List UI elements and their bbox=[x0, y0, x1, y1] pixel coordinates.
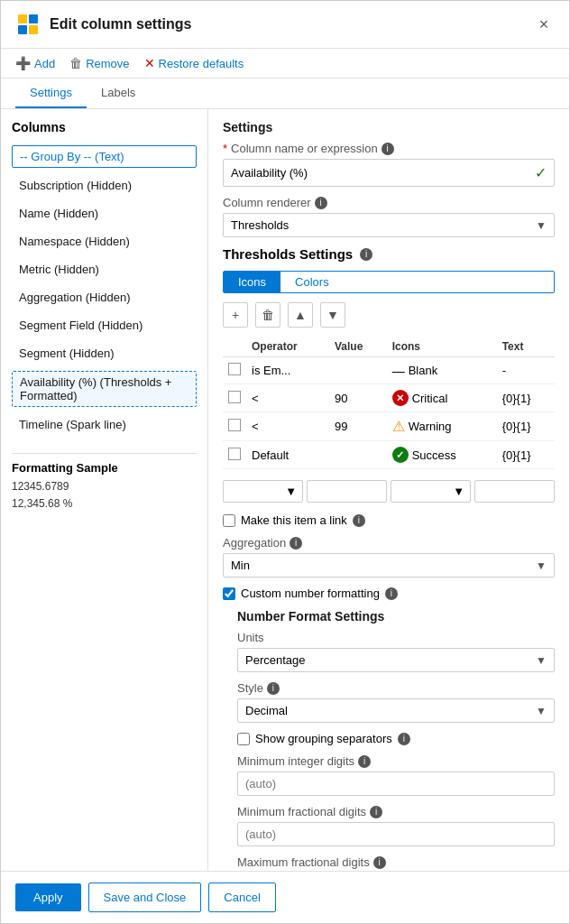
column-renderer-dropdown[interactable]: Thresholds ▼ bbox=[223, 213, 555, 237]
sample-value-2: 12,345.68 % bbox=[12, 495, 197, 513]
critical-icon: ✕ bbox=[392, 390, 409, 406]
grouping-label: Show grouping separators bbox=[255, 732, 392, 745]
add-icon: ➕ bbox=[15, 56, 31, 70]
min-fraction-label: Minimum fractional digits bbox=[237, 805, 366, 818]
row-checkbox-3[interactable] bbox=[228, 419, 241, 431]
move-down-btn[interactable]: ▼ bbox=[320, 302, 345, 328]
thresholds-info-icon[interactable]: i bbox=[360, 248, 372, 261]
column-item-namespace[interactable]: Namespace (Hidden) bbox=[12, 231, 197, 252]
style-chevron: ▼ bbox=[536, 705, 547, 717]
tab-labels[interactable]: Labels bbox=[87, 79, 150, 108]
column-item-segment-field[interactable]: Segment Field (Hidden) bbox=[12, 315, 197, 336]
max-fraction-info-icon[interactable]: i bbox=[373, 856, 386, 869]
column-renderer-label: Column renderer bbox=[223, 196, 311, 209]
text-cell-1: - bbox=[497, 357, 555, 384]
table-row: is Em... — Blank - bbox=[223, 357, 555, 384]
remove-button[interactable]: 🗑 Remove bbox=[69, 56, 129, 70]
icon-cell-3: ⚠ Warning bbox=[387, 412, 497, 441]
add-threshold-btn[interactable]: + bbox=[223, 302, 248, 328]
icon-cell-4: ✓ Success bbox=[387, 441, 497, 469]
delete-threshold-btn[interactable]: 🗑 bbox=[255, 302, 280, 328]
column-name-input[interactable] bbox=[231, 166, 535, 180]
style-label: Style bbox=[237, 681, 263, 695]
column-renderer-info-icon[interactable]: i bbox=[315, 197, 327, 209]
col-header-value: Value bbox=[329, 337, 387, 357]
aggregation-label: Aggregation bbox=[223, 536, 286, 550]
column-name-info-icon[interactable]: i bbox=[382, 143, 394, 155]
thresholds-settings-title: Thresholds Settings bbox=[223, 246, 353, 262]
column-item-metric[interactable]: Metric (Hidden) bbox=[12, 259, 197, 280]
column-name-label: Column name or expression bbox=[231, 142, 378, 155]
tab-settings[interactable]: Settings bbox=[15, 79, 87, 108]
operator-cell-1: is Em... bbox=[246, 357, 329, 384]
grouping-row: Show grouping separators i bbox=[237, 732, 555, 745]
row-checkbox-4[interactable] bbox=[228, 448, 241, 460]
checkmark-icon: ✓ bbox=[535, 164, 547, 181]
column-item-timeline[interactable]: Timeline (Spark line) bbox=[12, 414, 197, 435]
toggle-colors-btn[interactable]: Colors bbox=[280, 272, 344, 292]
custom-formatting-info-icon[interactable]: i bbox=[385, 587, 398, 600]
bottom-dropdown-1[interactable]: ▼ bbox=[223, 480, 303, 503]
bottom-dropdown-2[interactable]: ▼ bbox=[391, 480, 471, 503]
grouping-checkbox[interactable] bbox=[237, 733, 250, 745]
settings-title: Settings bbox=[223, 120, 555, 134]
column-item-name[interactable]: Name (Hidden) bbox=[12, 203, 197, 224]
column-item-segment[interactable]: Segment (Hidden) bbox=[12, 343, 197, 364]
min-fraction-info-icon[interactable]: i bbox=[370, 806, 382, 818]
warning-icon: ⚠ bbox=[392, 418, 405, 435]
move-up-btn[interactable]: ▲ bbox=[288, 302, 313, 328]
column-item-subscription[interactable]: Subscription (Hidden) bbox=[12, 175, 197, 196]
grid-icon bbox=[15, 12, 41, 37]
restore-defaults-button[interactable]: ✕ Restore defaults bbox=[144, 56, 244, 70]
col-header-text: Text bbox=[497, 337, 555, 357]
aggregation-dropdown[interactable]: Min ▼ bbox=[223, 553, 555, 578]
min-fraction-input[interactable] bbox=[245, 827, 547, 841]
bottom-input-1[interactable] bbox=[307, 480, 387, 503]
bottom-dd2-chevron: ▼ bbox=[453, 485, 464, 498]
min-integer-input[interactable] bbox=[245, 777, 547, 790]
col-header-icons: Icons bbox=[387, 337, 497, 357]
make-link-checkbox[interactable] bbox=[223, 514, 235, 527]
add-button[interactable]: ➕ Add bbox=[15, 56, 55, 70]
style-info-icon[interactable]: i bbox=[267, 682, 280, 695]
custom-formatting-label: Custom number formatting bbox=[241, 587, 380, 600]
row-checkbox-2[interactable] bbox=[228, 391, 241, 403]
units-dropdown[interactable]: Percentage ▼ bbox=[237, 648, 555, 672]
bottom-input-2[interactable] bbox=[474, 480, 555, 503]
col-header-operator: Operator bbox=[246, 337, 329, 357]
operator-cell-4: Default bbox=[246, 441, 329, 469]
grouping-info-icon[interactable]: i bbox=[398, 733, 410, 745]
column-item-availability[interactable]: Availability (%) (Thresholds + Formatted… bbox=[12, 371, 197, 407]
operator-cell-2: < bbox=[246, 384, 329, 412]
bottom-dd1-chevron: ▼ bbox=[285, 485, 297, 498]
style-dropdown[interactable]: Decimal ▼ bbox=[237, 698, 555, 723]
units-chevron: ▼ bbox=[536, 654, 547, 667]
bottom-dropdowns-row: ▼ ▼ bbox=[223, 480, 555, 503]
threshold-table: Operator Value Icons Text is Em... bbox=[223, 337, 555, 469]
number-format-title: Number Format Settings bbox=[237, 609, 555, 624]
make-link-row: Make this item a link i bbox=[223, 513, 555, 527]
close-button[interactable]: × bbox=[533, 14, 555, 35]
column-name-input-container: ✓ bbox=[223, 159, 555, 187]
cancel-button[interactable]: Cancel bbox=[208, 882, 275, 912]
formatting-sample-title: Formatting Sample bbox=[12, 461, 197, 475]
col-header-checkbox bbox=[223, 337, 246, 357]
required-indicator: * bbox=[223, 142, 227, 155]
custom-formatting-checkbox[interactable] bbox=[223, 587, 235, 600]
icon-cell-2: ✕ Critical bbox=[387, 384, 497, 412]
column-item-group-by[interactable]: -- Group By -- (Text) bbox=[12, 145, 197, 168]
make-link-info-icon[interactable]: i bbox=[353, 514, 365, 527]
column-item-aggregation[interactable]: Aggregation (Hidden) bbox=[12, 287, 197, 308]
max-fraction-label: Maximum fractional digits bbox=[237, 855, 370, 869]
min-fraction-input-container bbox=[237, 822, 555, 846]
row-checkbox-1[interactable] bbox=[228, 363, 241, 375]
aggregation-info-icon[interactable]: i bbox=[290, 537, 302, 550]
remove-icon: 🗑 bbox=[69, 56, 82, 70]
toggle-icons-btn[interactable]: Icons bbox=[224, 272, 280, 292]
save-close-button[interactable]: Save and Close bbox=[88, 882, 202, 912]
min-integer-info-icon[interactable]: i bbox=[358, 755, 371, 768]
min-integer-input-container bbox=[237, 772, 555, 796]
apply-button[interactable]: Apply bbox=[15, 883, 81, 911]
table-row: < 99 ⚠ Warning {0}{1} bbox=[223, 412, 555, 441]
make-link-label: Make this item a link bbox=[241, 513, 347, 527]
